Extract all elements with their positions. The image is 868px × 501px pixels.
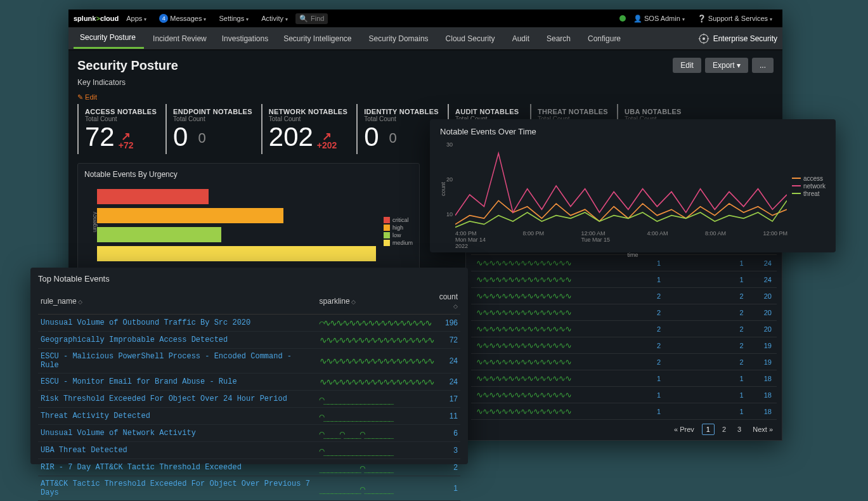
table-row[interactable]: ∿∿∿∿∿∿∿∿∿∿∿∿∿∿∿2220 <box>471 321 777 337</box>
overlay-title: Notable Events Over Time <box>440 127 826 136</box>
tab-investigations[interactable]: Investigations <box>216 29 275 48</box>
page-2[interactable]: 2 <box>718 424 730 434</box>
tab-incident-review[interactable]: Incident Review <box>146 29 213 48</box>
table-row[interactable]: ∿∿∿∿∿∿∿∿∿∿∿∿∿∿∿1118 <box>471 403 777 420</box>
ki-section-title: Key Indicators <box>77 78 774 87</box>
table-row[interactable]: ESCU - Monitor Email for Brand Abuse - R… <box>38 374 460 391</box>
table-row[interactable]: Unusual Volume of Network Activity⌒____⌒… <box>38 425 460 442</box>
sparkline-icon: ∿∿∿∿∿∿∿∿∿∿∿∿∿∿∿ <box>476 275 571 284</box>
search-icon: 🔍 <box>299 15 308 23</box>
status-indicator-icon <box>619 15 626 22</box>
tab-security-intelligence[interactable]: Security Intelligence <box>277 29 360 48</box>
table-row[interactable]: ∿∿∿∿∿∿∿∿∿∿∿∿∿∿∿2220 <box>471 304 777 321</box>
table-row[interactable]: ESCU - Malicious PowerShell Process - En… <box>38 349 460 374</box>
search-placeholder: Find <box>311 15 324 22</box>
table-row[interactable]: ∿∿∿∿∿∿∿∿∿∿∿∿∿∿∿1124 <box>471 271 777 288</box>
ki-network[interactable]: NETWORK NOTABLES Total Count 202 ↗+202 <box>261 104 356 154</box>
edit-button[interactable]: Edit <box>673 58 701 73</box>
more-button[interactable]: ... <box>752 58 774 73</box>
logo: splunk>cloud <box>74 15 119 22</box>
page-next[interactable]: Next » <box>749 424 777 434</box>
tab-cloud-security[interactable]: Cloud Security <box>439 29 503 48</box>
table-row[interactable]: ∿∿∿∿∿∿∿∿∿∿∿∿∿∿∿1118 <box>471 387 777 403</box>
nav-activity[interactable]: Activity <box>256 12 293 25</box>
page-1[interactable]: 1 <box>702 424 715 435</box>
global-nav: splunk>cloud Apps 4 Messages Settings Ac… <box>68 10 782 27</box>
col-sparkline[interactable]: sparkline <box>317 289 436 315</box>
sources-table: sparkline correlation_search_count secur… <box>471 231 777 420</box>
top-notable-panel: Top Notable Events rule_name sparkline c… <box>30 268 468 464</box>
sparkline-icon: ∿∿∿∿∿∿∿∿∿∿∿∿∿∿∿ <box>476 357 571 367</box>
bar-medium[interactable] <box>97 246 376 261</box>
table-row[interactable]: Risk Threshold Exceeded For Object Over … <box>38 391 460 408</box>
app-tabs: Security Posture Incident Review Investi… <box>68 27 782 50</box>
overlay-legend: accessnetworkthreat <box>792 141 826 230</box>
sparkline-icon: ∿∿∿∿∿∿∿∿∿∿∿∿∿∿∿ <box>476 258 571 268</box>
table-row[interactable]: ATT&CK Tactic Threshold Exceeded For Obj… <box>38 476 460 501</box>
bar-high[interactable] <box>97 208 283 223</box>
sparkline-icon: ∿∿∿∿∿∿∿∿∿∿∿∿∿∿∿ <box>476 390 571 400</box>
table-row[interactable]: ∿∿∿∿∿∿∿∿∿∿∿∿∿∿∿2220 <box>471 288 777 304</box>
tab-security-domains[interactable]: Security Domains <box>363 29 437 48</box>
enterprise-security-badge: Enterprise Security <box>698 33 777 44</box>
col-count[interactable]: count <box>436 289 460 315</box>
urgency-title: Notable Events By Urgency <box>84 170 413 179</box>
table-row[interactable]: UBA Threat Detected⌒_________________3 <box>38 442 460 459</box>
ki-endpoint[interactable]: ENDPOINT NOTABLES Total Count 00 <box>165 104 261 154</box>
export-button[interactable]: Export ▾ <box>705 58 748 73</box>
sparkline-icon: ∿∿∿∿∿∿∿∿∿∿∿∿∿∿∿ <box>476 341 571 350</box>
pagination: « Prev 1 2 3 Next » <box>471 424 777 435</box>
support-menu[interactable]: ❔ Support & Services <box>692 12 777 25</box>
table-row[interactable]: RIR - 7 Day ATT&CK Tactic Threshold Exce… <box>38 459 460 476</box>
top-notable-title: Top Notable Events <box>38 274 460 283</box>
ki-access[interactable]: ACCESS NOTABLES Total Count 72 ↗+72 <box>77 104 165 154</box>
sparkline-icon: ∿∿∿∿∿∿∿∿∿∿∿∿∿∿∿ <box>476 324 571 334</box>
trend-up-icon: ↗+202 <box>317 133 337 150</box>
global-search[interactable]: 🔍 Find <box>295 13 328 24</box>
table-row[interactable]: ∿∿∿∿∿∿∿∿∿∿∿∿∿∿∿1118 <box>471 370 777 387</box>
help-icon: ❔ <box>697 15 706 23</box>
trend-up-icon: ↗+72 <box>119 133 134 150</box>
page-prev[interactable]: « Prev <box>670 424 698 434</box>
svg-point-1 <box>703 37 704 39</box>
nav-apps[interactable]: Apps <box>121 12 152 25</box>
table-row[interactable]: Unusual Volume of Outbound Traffic By Sr… <box>38 315 460 332</box>
line-chart[interactable]: count 302010 accessnetworkthreat <box>440 141 826 230</box>
bar-critical[interactable] <box>97 189 209 204</box>
messages-badge: 4 <box>159 14 168 23</box>
urgency-chart[interactable]: urgency 0102030405060708090100110120130 … <box>84 184 379 279</box>
sparkline-icon: ∿∿∿∿∿∿∿∿∿∿∿∿∿∿∿ <box>476 407 571 416</box>
overlay-events-over-time: Notable Events Over Time count 302010 ac… <box>430 119 836 252</box>
tab-audit[interactable]: Audit <box>506 29 538 48</box>
col-rule-name[interactable]: rule_name <box>38 289 317 315</box>
user-icon: 👤 <box>633 15 642 23</box>
bar-low[interactable] <box>97 227 221 242</box>
nav-messages[interactable]: 4 Messages <box>154 11 211 25</box>
table-row[interactable]: ∿∿∿∿∿∿∿∿∿∿∿∿∿∿∿2219 <box>471 354 777 370</box>
ki-edit-link[interactable]: ✎ Edit <box>77 93 97 101</box>
table-row[interactable]: ∿∿∿∿∿∿∿∿∿∿∿∿∿∿∿2219 <box>471 337 777 354</box>
tab-configure[interactable]: Configure <box>581 29 629 48</box>
tab-search[interactable]: Search <box>540 29 579 48</box>
crosshair-icon <box>698 33 709 44</box>
sparkline-icon: ∿∿∿∿∿∿∿∿∿∿∿∿∿∿∿ <box>476 291 571 301</box>
sparkline-icon: ∿∿∿∿∿∿∿∿∿∿∿∿∿∿∿ <box>476 308 571 317</box>
table-row[interactable]: Threat Activity Detected⌒_______________… <box>38 408 460 425</box>
page-3[interactable]: 3 <box>734 424 745 434</box>
tab-security-posture[interactable]: Security Posture <box>74 28 144 49</box>
page-title: Security Posture <box>77 58 178 73</box>
table-row[interactable]: Geographically Improbable Access Detecte… <box>38 332 460 349</box>
user-menu[interactable]: 👤 SOS Admin <box>628 12 690 25</box>
urgency-legend: criticalhighlowmedium <box>384 184 413 279</box>
sparkline-icon: ∿∿∿∿∿∿∿∿∿∿∿∿∿∿∿ <box>476 374 571 383</box>
top-notable-table: rule_name sparkline count Unusual Volume… <box>38 289 460 501</box>
nav-settings[interactable]: Settings <box>214 12 254 25</box>
